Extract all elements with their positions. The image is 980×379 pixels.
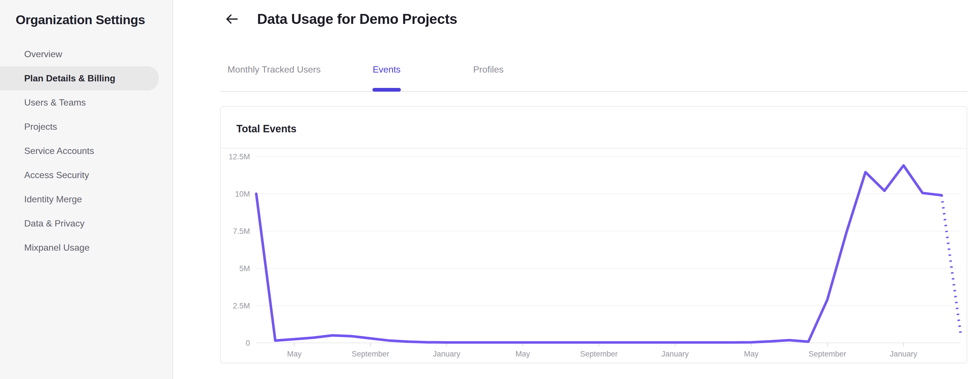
sidebar-item-projects[interactable]: Projects [0, 115, 173, 139]
back-arrow-icon [225, 12, 239, 26]
total-events-card: Total Events 12.5M10M7.5M5M2.5M0MaySepte… [220, 106, 967, 363]
active-tab-indicator [372, 88, 401, 92]
x-axis-label: May [287, 350, 302, 358]
sidebar-item-access-security[interactable]: Access Security [0, 163, 173, 187]
page-title: Data Usage for Demo Projects [257, 11, 457, 27]
back-button[interactable] [225, 12, 239, 26]
sidebar-nav: Overview Plan Details & Billing Users & … [0, 42, 173, 260]
y-axis-label: 0 [246, 339, 250, 347]
sidebar: Organization Settings Overview Plan Deta… [0, 0, 173, 379]
tab-divider [220, 91, 967, 92]
sidebar-item-identity-merge[interactable]: Identity Merge [0, 187, 173, 211]
x-axis-label: May [744, 350, 759, 358]
x-axis-label: September [808, 350, 846, 358]
sidebar-item-data-privacy[interactable]: Data & Privacy [0, 211, 173, 236]
events-line-solid [256, 165, 942, 342]
chart-title: Total Events [236, 123, 296, 135]
sidebar-title: Organization Settings [16, 13, 145, 27]
x-axis-label: September [352, 350, 389, 358]
events-line-projected-dotted [942, 195, 961, 334]
sidebar-item-overview[interactable]: Overview [0, 42, 173, 66]
sidebar-item-service-accounts[interactable]: Service Accounts [0, 139, 173, 163]
tab-events[interactable]: Events [373, 64, 401, 75]
tab-profiles[interactable]: Profiles [473, 64, 504, 75]
x-axis-label: January [662, 350, 689, 358]
sidebar-item-mixpanel-usage[interactable]: Mixpanel Usage [0, 236, 173, 260]
data-usage-page: { "sidebar": { "title": "Organization Se… [0, 0, 980, 379]
y-axis-label: 7.5M [233, 227, 250, 236]
total-events-line-chart[interactable]: 12.5M10M7.5M5M2.5M0MaySeptemberJanuaryMa… [221, 149, 967, 363]
y-axis-label: 5M [239, 264, 250, 273]
x-axis-label: September [580, 350, 618, 358]
x-axis-label: January [433, 350, 461, 358]
y-axis-label: 2.5M [233, 301, 250, 310]
tab-monthly-tracked-users[interactable]: Monthly Tracked Users [228, 64, 321, 75]
x-axis-label: May [515, 350, 530, 358]
sidebar-item-users-teams[interactable]: Users & Teams [0, 90, 173, 115]
sidebar-item-plan-details-billing[interactable]: Plan Details & Billing [0, 66, 159, 90]
y-axis-label: 10M [235, 190, 250, 198]
y-axis-label: 12.5M [229, 152, 250, 161]
x-axis-label: January [890, 350, 917, 358]
